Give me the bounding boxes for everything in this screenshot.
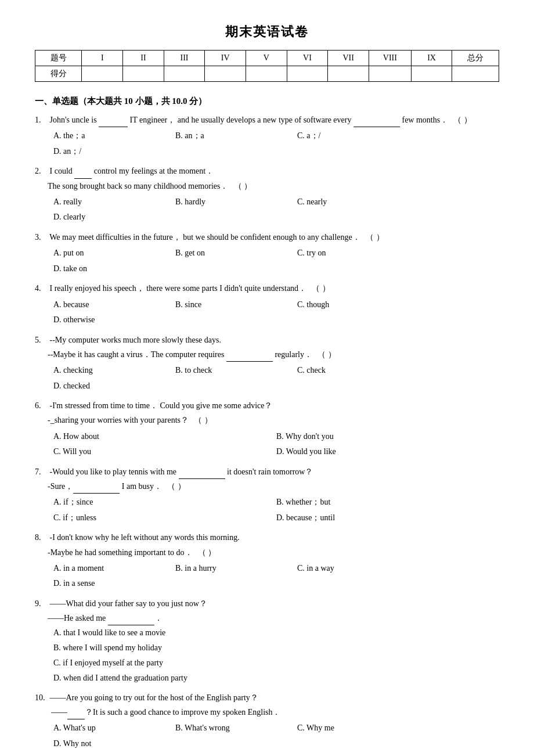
q1-text: John's uncle is IT engineer， and he usua… — [50, 116, 478, 124]
q2-opt-a: A. really — [53, 195, 158, 210]
question-10: 10. ——Are you going to try out for the h… — [35, 690, 499, 752]
score-cell-9 — [411, 66, 452, 82]
score-cell-2 — [123, 66, 164, 82]
question-6: 6. -I'm stressed from time to time． Coul… — [35, 398, 499, 460]
question-8: 8. -I don't know why he left without any… — [35, 530, 499, 592]
table-header-1: I — [82, 51, 123, 66]
table-header-label: 题号 — [35, 51, 82, 66]
q10-text: ——Are you going to try out for the host … — [35, 693, 281, 717]
q6-opt-d: D. Would you like — [276, 444, 499, 460]
q10-number: 10. — [35, 690, 48, 705]
q2-options: A. really B. hardly C. nearly D. clearly — [53, 195, 499, 225]
q6-opt-a: A. How about — [53, 429, 276, 445]
q8-opt-d: D. in a sense — [53, 576, 158, 592]
q7-text: -Would you like to play tennis with me i… — [35, 467, 313, 491]
q5-options: A. checking B. to check C. check D. chec… — [53, 363, 499, 394]
q2-opt-c: C. nearly — [297, 195, 402, 210]
q7-opt-b: B. whether；but — [276, 495, 499, 510]
q6-options: A. How about B. Why don't you C. Will yo… — [53, 429, 499, 460]
q8-opt-b: B. in a hurry — [175, 561, 280, 577]
score-table: 题号 I II III IV V VI VII VIII IX 总分 得分 — [35, 50, 499, 82]
q1-opt-b: B. an；a — [175, 128, 280, 144]
q5-opt-b: B. to check — [175, 363, 280, 379]
q7-number: 7. — [35, 465, 48, 479]
q6-opt-c: C. Will you — [53, 444, 276, 460]
table-header-3: III — [164, 51, 205, 66]
table-header-8: VIII — [369, 51, 411, 66]
q3-text: We may meet difficulties in the future， … — [49, 233, 389, 242]
q8-number: 8. — [35, 530, 48, 545]
table-header-4: IV — [205, 51, 246, 66]
q3-options: A. put on B. get on C. try on D. take on — [53, 246, 499, 276]
q9-opt-c: C. if I enjoyed myself at the party — [53, 656, 499, 671]
q2-number: 2. — [35, 164, 48, 178]
score-cell-7 — [328, 66, 369, 82]
q8-opt-a: A. in a moment — [53, 561, 158, 577]
question-7: 7. -Would you like to play tennis with m… — [35, 465, 499, 526]
q7-opt-a: A. if；since — [53, 495, 276, 510]
q4-opt-b: B. since — [175, 297, 280, 313]
q3-number: 3. — [35, 230, 48, 244]
question-4: 4. I really enjoyed his speech， there we… — [35, 281, 499, 327]
q10-opt-a: A. What's up — [53, 721, 158, 736]
q10-options: A. What's up B. What's wrong C. Why me D… — [53, 721, 499, 751]
q2-opt-b: B. hardly — [175, 195, 280, 210]
table-header-6: VI — [287, 51, 328, 66]
q4-text: I really enjoyed his speech， there were … — [50, 284, 336, 293]
q5-text: --My computer works much more slowly the… — [35, 336, 341, 359]
q9-options: A. that I would like to see a movie B. w… — [53, 625, 499, 686]
question-2: 2. I could control my feelings at the mo… — [35, 164, 499, 225]
table-header-9: IX — [411, 51, 452, 66]
score-cell-5 — [246, 66, 287, 82]
q6-text: -I'm stressed from time to time． Could y… — [35, 401, 272, 424]
q5-number: 5. — [35, 333, 48, 347]
score-cell-3 — [164, 66, 205, 82]
table-header-7: VII — [328, 51, 369, 66]
q6-opt-b: B. Why don't you — [276, 429, 499, 445]
question-1: 1. John's uncle is IT engineer， and he u… — [35, 113, 499, 159]
page-title: 期末英语试卷 — [35, 23, 499, 41]
q1-number: 1. — [35, 113, 48, 127]
q1-opt-c: C. a；/ — [297, 128, 402, 144]
q5-opt-a: A. checking — [53, 363, 158, 379]
q8-opt-c: C. in a way — [297, 561, 402, 577]
table-header-5: V — [246, 51, 287, 66]
q4-number: 4. — [35, 281, 48, 296]
q7-opt-d: D. because；until — [276, 510, 499, 526]
question-3: 3. We may meet difficulties in the futur… — [35, 230, 499, 276]
table-header-total: 总分 — [452, 51, 499, 66]
q10-opt-d: D. Why not — [53, 736, 158, 752]
q3-opt-b: B. get on — [175, 246, 280, 261]
score-cell-total — [452, 66, 499, 82]
score-cell-1 — [82, 66, 123, 82]
q3-opt-a: A. put on — [53, 246, 158, 261]
q6-number: 6. — [35, 398, 48, 413]
q9-text: ——What did your father say to you just n… — [35, 599, 207, 622]
q4-opt-a: A. because — [53, 297, 158, 313]
q9-opt-d: D. when did I attend the graduation part… — [53, 671, 499, 686]
q9-opt-a: A. that I would like to see a movie — [53, 625, 499, 640]
q9-number: 9. — [35, 596, 48, 611]
q1-options: A. the；a B. an；a C. a；/ D. an；/ — [53, 128, 499, 159]
q1-opt-d: D. an；/ — [53, 144, 158, 160]
q10-opt-b: B. What's wrong — [175, 721, 280, 736]
q3-opt-c: C. try on — [297, 246, 402, 261]
q1-opt-a: A. the；a — [53, 128, 158, 144]
q2-text: I could control my feelings at the momen… — [35, 167, 257, 190]
q7-opt-c: C. if；unless — [53, 510, 276, 526]
q9-opt-b: B. where I will spend my holiday — [53, 640, 499, 656]
q4-opt-d: D. otherwise — [53, 312, 158, 328]
q5-opt-d: D. checked — [53, 379, 158, 394]
q2-opt-d: D. clearly — [53, 210, 158, 225]
question-5: 5. --My computer works much more slowly … — [35, 333, 499, 394]
q5-opt-c: C. check — [297, 363, 402, 379]
q4-opt-c: C. though — [297, 297, 402, 313]
score-row-label: 得分 — [35, 66, 82, 82]
q3-opt-d: D. take on — [53, 261, 158, 277]
score-cell-4 — [205, 66, 246, 82]
question-9: 9. ——What did your father say to you jus… — [35, 596, 499, 686]
q4-options: A. because B. since C. though D. otherwi… — [53, 297, 499, 328]
score-cell-8 — [369, 66, 411, 82]
q10-opt-c: C. Why me — [297, 721, 402, 736]
q8-text: -I don't know why he left without any wo… — [35, 533, 240, 556]
